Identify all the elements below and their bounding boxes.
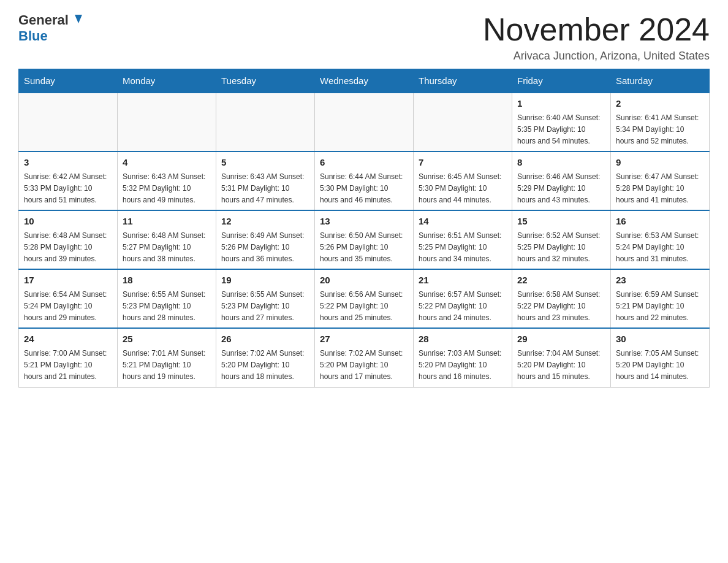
weekday-header: Sunday [19, 69, 118, 93]
calendar-cell: 5Sunrise: 6:43 AM Sunset: 5:31 PM Daylig… [216, 151, 315, 210]
day-info: Sunrise: 6:43 AM Sunset: 5:32 PM Dayligh… [123, 171, 211, 207]
calendar-cell: 15Sunrise: 6:52 AM Sunset: 5:25 PM Dayli… [512, 210, 611, 269]
day-number: 13 [320, 215, 408, 229]
week-row: 10Sunrise: 6:48 AM Sunset: 5:28 PM Dayli… [19, 210, 710, 269]
weekday-header: Thursday [414, 69, 512, 93]
day-info: Sunrise: 7:05 AM Sunset: 5:20 PM Dayligh… [616, 348, 704, 383]
calendar-cell: 19Sunrise: 6:55 AM Sunset: 5:23 PM Dayli… [216, 269, 315, 328]
day-info: Sunrise: 6:56 AM Sunset: 5:22 PM Dayligh… [320, 289, 408, 324]
week-row: 17Sunrise: 6:54 AM Sunset: 5:24 PM Dayli… [19, 269, 710, 328]
day-number: 10 [24, 215, 112, 229]
calendar-cell: 6Sunrise: 6:44 AM Sunset: 5:30 PM Daylig… [315, 151, 414, 210]
logo-icon [70, 12, 83, 26]
calendar-cell: 13Sunrise: 6:50 AM Sunset: 5:26 PM Dayli… [315, 210, 414, 269]
day-number: 8 [517, 156, 605, 170]
calendar-header-row: SundayMondayTuesdayWednesdayThursdayFrid… [19, 69, 710, 93]
day-number: 9 [616, 156, 704, 170]
day-info: Sunrise: 7:04 AM Sunset: 5:20 PM Dayligh… [517, 348, 605, 383]
day-info: Sunrise: 7:03 AM Sunset: 5:20 PM Dayligh… [419, 348, 507, 383]
calendar-cell: 25Sunrise: 7:01 AM Sunset: 5:21 PM Dayli… [118, 328, 216, 387]
calendar-cell: 16Sunrise: 6:53 AM Sunset: 5:24 PM Dayli… [611, 210, 710, 269]
calendar-cell: 26Sunrise: 7:02 AM Sunset: 5:20 PM Dayli… [216, 328, 315, 387]
day-info: Sunrise: 6:44 AM Sunset: 5:30 PM Dayligh… [320, 171, 408, 207]
day-number: 1 [517, 97, 605, 111]
calendar-table: SundayMondayTuesdayWednesdayThursdayFrid… [18, 69, 710, 387]
day-number: 22 [517, 274, 605, 288]
calendar-cell: 21Sunrise: 6:57 AM Sunset: 5:22 PM Dayli… [414, 269, 512, 328]
day-info: Sunrise: 7:02 AM Sunset: 5:20 PM Dayligh… [320, 348, 408, 383]
day-info: Sunrise: 6:47 AM Sunset: 5:28 PM Dayligh… [616, 171, 704, 207]
weekday-header: Wednesday [315, 69, 414, 93]
day-info: Sunrise: 6:57 AM Sunset: 5:22 PM Dayligh… [419, 289, 507, 324]
calendar-cell [118, 93, 216, 151]
day-info: Sunrise: 6:48 AM Sunset: 5:27 PM Dayligh… [123, 230, 211, 266]
calendar-cell: 9Sunrise: 6:47 AM Sunset: 5:28 PM Daylig… [611, 151, 710, 210]
day-number: 17 [24, 274, 112, 288]
logo: General Blue [18, 12, 83, 44]
day-info: Sunrise: 6:45 AM Sunset: 5:30 PM Dayligh… [419, 171, 507, 207]
calendar-cell: 7Sunrise: 6:45 AM Sunset: 5:30 PM Daylig… [414, 151, 512, 210]
day-info: Sunrise: 6:46 AM Sunset: 5:29 PM Dayligh… [517, 171, 605, 207]
day-info: Sunrise: 6:49 AM Sunset: 5:26 PM Dayligh… [221, 230, 309, 266]
day-number: 12 [221, 215, 309, 229]
day-number: 30 [616, 332, 704, 347]
calendar-cell: 20Sunrise: 6:56 AM Sunset: 5:22 PM Dayli… [315, 269, 414, 328]
day-number: 7 [419, 156, 507, 170]
calendar-cell: 18Sunrise: 6:55 AM Sunset: 5:23 PM Dayli… [118, 269, 216, 328]
weekday-header: Monday [118, 69, 216, 93]
day-number: 21 [419, 274, 507, 288]
title-area: November 2024 Arivaca Junction, Arizona,… [483, 12, 710, 63]
day-number: 14 [419, 215, 507, 229]
day-info: Sunrise: 6:42 AM Sunset: 5:33 PM Dayligh… [24, 171, 112, 207]
month-title: November 2024 [483, 12, 710, 47]
weekday-header: Tuesday [216, 69, 315, 93]
day-info: Sunrise: 6:40 AM Sunset: 5:35 PM Dayligh… [517, 112, 605, 148]
day-number: 19 [221, 274, 309, 288]
day-number: 6 [320, 156, 408, 170]
day-number: 23 [616, 274, 704, 288]
week-row: 24Sunrise: 7:00 AM Sunset: 5:21 PM Dayli… [19, 328, 710, 387]
weekday-header: Saturday [611, 69, 710, 93]
day-info: Sunrise: 6:58 AM Sunset: 5:22 PM Dayligh… [517, 289, 605, 324]
day-number: 15 [517, 215, 605, 229]
day-number: 29 [517, 332, 605, 347]
calendar-cell: 8Sunrise: 6:46 AM Sunset: 5:29 PM Daylig… [512, 151, 611, 210]
logo-blue-text: Blue [18, 28, 48, 44]
week-row: 1Sunrise: 6:40 AM Sunset: 5:35 PM Daylig… [19, 93, 710, 151]
day-number: 25 [123, 332, 211, 347]
day-number: 4 [123, 156, 211, 170]
calendar-cell: 10Sunrise: 6:48 AM Sunset: 5:28 PM Dayli… [19, 210, 118, 269]
day-number: 28 [419, 332, 507, 347]
day-number: 16 [616, 215, 704, 229]
day-info: Sunrise: 6:48 AM Sunset: 5:28 PM Dayligh… [24, 230, 112, 266]
day-info: Sunrise: 7:01 AM Sunset: 5:21 PM Dayligh… [123, 348, 211, 383]
calendar-cell [315, 93, 414, 151]
day-info: Sunrise: 6:51 AM Sunset: 5:25 PM Dayligh… [419, 230, 507, 266]
day-info: Sunrise: 6:55 AM Sunset: 5:23 PM Dayligh… [123, 289, 211, 324]
day-info: Sunrise: 6:59 AM Sunset: 5:21 PM Dayligh… [616, 289, 704, 324]
page-header: General Blue November 2024 Arivaca Junct… [18, 12, 710, 63]
calendar-cell: 23Sunrise: 6:59 AM Sunset: 5:21 PM Dayli… [611, 269, 710, 328]
day-number: 11 [123, 215, 211, 229]
calendar-cell: 24Sunrise: 7:00 AM Sunset: 5:21 PM Dayli… [19, 328, 118, 387]
day-info: Sunrise: 6:50 AM Sunset: 5:26 PM Dayligh… [320, 230, 408, 266]
calendar-cell: 1Sunrise: 6:40 AM Sunset: 5:35 PM Daylig… [512, 93, 611, 151]
day-number: 27 [320, 332, 408, 347]
location-title: Arivaca Junction, Arizona, United States [483, 50, 710, 63]
day-number: 20 [320, 274, 408, 288]
calendar-cell: 11Sunrise: 6:48 AM Sunset: 5:27 PM Dayli… [118, 210, 216, 269]
day-info: Sunrise: 6:53 AM Sunset: 5:24 PM Dayligh… [616, 230, 704, 266]
calendar-cell: 17Sunrise: 6:54 AM Sunset: 5:24 PM Dayli… [19, 269, 118, 328]
calendar-cell: 22Sunrise: 6:58 AM Sunset: 5:22 PM Dayli… [512, 269, 611, 328]
day-info: Sunrise: 6:55 AM Sunset: 5:23 PM Dayligh… [221, 289, 309, 324]
day-number: 24 [24, 332, 112, 347]
calendar-cell: 12Sunrise: 6:49 AM Sunset: 5:26 PM Dayli… [216, 210, 315, 269]
day-info: Sunrise: 6:52 AM Sunset: 5:25 PM Dayligh… [517, 230, 605, 266]
day-info: Sunrise: 7:00 AM Sunset: 5:21 PM Dayligh… [24, 348, 112, 383]
calendar-cell [19, 93, 118, 151]
calendar-cell: 28Sunrise: 7:03 AM Sunset: 5:20 PM Dayli… [414, 328, 512, 387]
day-number: 2 [616, 97, 704, 111]
day-info: Sunrise: 6:43 AM Sunset: 5:31 PM Dayligh… [221, 171, 309, 207]
svg-marker-0 [75, 15, 82, 23]
calendar-cell: 27Sunrise: 7:02 AM Sunset: 5:20 PM Dayli… [315, 328, 414, 387]
